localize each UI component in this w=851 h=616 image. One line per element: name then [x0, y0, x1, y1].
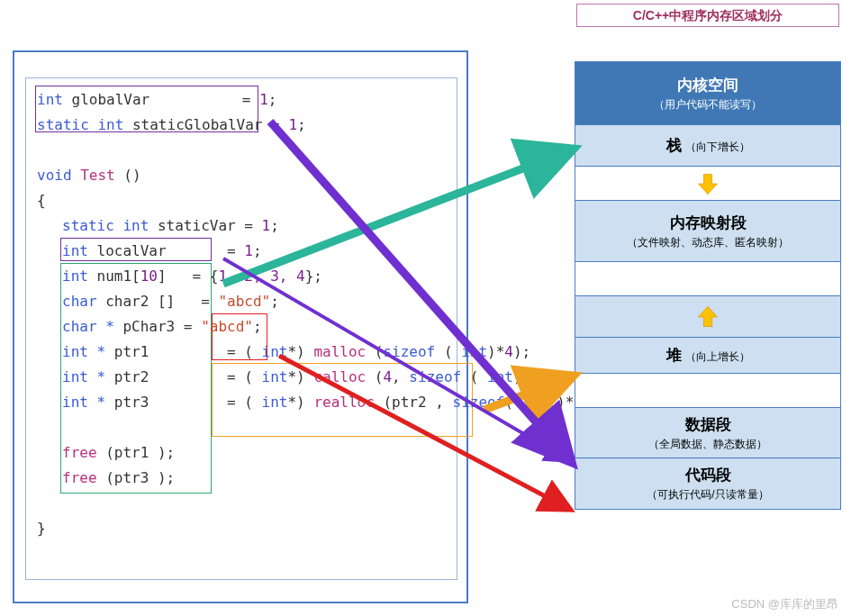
code-line-blank2 [37, 415, 446, 440]
mem-region-data: 数据段 （全局数据、静态数据） [575, 408, 840, 458]
memory-layout-diagram: 内核空间 （用户代码不能读写） 栈（向下增长） 内存映射段 （文件映射、动态库、… [575, 61, 841, 510]
code-line-5: { [37, 188, 446, 213]
code-line-11: int * ptr1 = ( int*) malloc (sizeof ( in… [37, 340, 446, 365]
arrow-up-icon [695, 304, 720, 330]
mem-region-heap: 堆（向上增长） [575, 338, 840, 374]
mem-region-stack: 栈（向下增长） [575, 125, 840, 167]
mem-region-code: 代码段 （可执行代码/只读常量） [575, 458, 840, 509]
diagram-title: C/C++中程序内存区域划分 [576, 4, 839, 27]
code-line-16: free (ptr3 ); [37, 466, 446, 491]
mem-stack-grow-arrow [575, 167, 840, 201]
code-line-blank3 [37, 491, 446, 516]
mem-region-kernel: 内核空间 （用户代码不能读写） [575, 62, 840, 125]
arrow-down-icon [695, 171, 720, 196]
code-line-9: char char2 [] = "abcd"; [37, 289, 446, 314]
code-line-1: int globalVar = 1; [37, 87, 446, 113]
mem-gap [575, 262, 840, 296]
code-line-6: static int staticVar = 1; [37, 213, 446, 239]
code-line-15: free (ptr1 ); [37, 440, 446, 466]
code-line-18: } [37, 516, 446, 541]
code-line-13: int * ptr3 = ( int*) realloc (ptr2 , siz… [37, 390, 446, 415]
code-line-2: static int staticGlobalVar = 1; [37, 113, 446, 138]
watermark: CSDN @库库的里昂 [731, 596, 838, 612]
code-line-4: void Test () [37, 163, 446, 188]
code-line-8: int num1[10] = {1, 2, 3, 4}; [37, 264, 446, 289]
code-panel-outer: int globalVar = 1; static int staticGlob… [13, 50, 468, 603]
mem-region-mmap: 内存映射段 （文件映射、动态库、匿名映射） [575, 201, 840, 262]
code-panel: int globalVar = 1; static int staticGlob… [25, 77, 457, 580]
code-line-7: int localVar = 1; [37, 239, 446, 264]
code-line-12: int * ptr2 = ( int*) calloc (4, sizeof (… [37, 365, 446, 390]
mem-gap-2 [575, 374, 840, 408]
mem-heap-grow-arrow [575, 296, 840, 338]
code-line-10: char * pChar3 = "abcd"; [37, 314, 446, 340]
code-line-blank1 [37, 138, 446, 163]
